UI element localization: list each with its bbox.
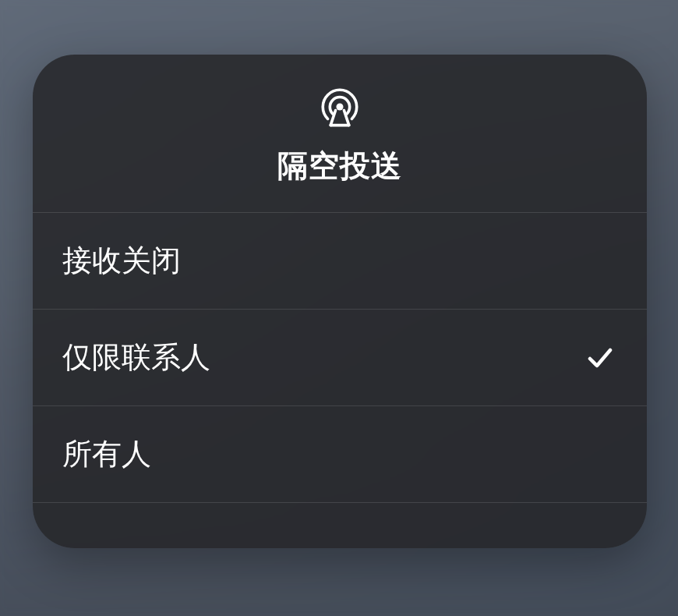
option-receiving-off[interactable]: 接收关闭: [33, 213, 647, 310]
panel-title: 隔空投送: [277, 145, 402, 187]
panel-header: 隔空投送: [33, 55, 647, 213]
airdrop-icon: [317, 84, 362, 129]
panel-footer-space: [33, 503, 647, 548]
svg-point-0: [336, 103, 343, 110]
option-list: 接收关闭 仅限联系人 所有人: [33, 213, 647, 503]
option-label: 仅限联系人: [62, 338, 210, 377]
option-everyone[interactable]: 所有人: [33, 406, 647, 503]
option-label: 所有人: [62, 434, 151, 474]
checkmark-icon: [586, 344, 614, 372]
option-label: 接收关闭: [62, 241, 181, 281]
option-contacts-only[interactable]: 仅限联系人: [33, 310, 647, 406]
airdrop-settings-panel: 隔空投送 接收关闭 仅限联系人 所有人: [33, 55, 647, 548]
